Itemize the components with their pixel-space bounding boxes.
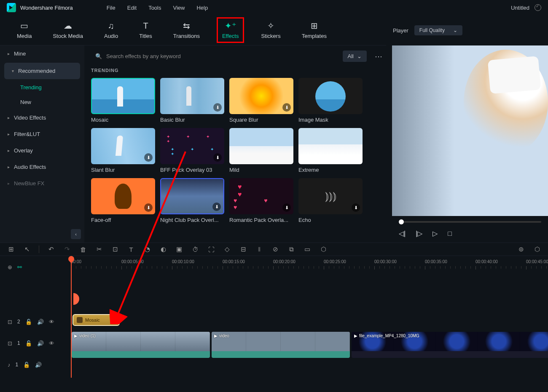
effect-clip-mosaic[interactable]: Mosaic <box>73 314 120 326</box>
sidebar-item-newblue[interactable]: ▸NewBlue FX <box>0 175 84 192</box>
filter-dropdown[interactable]: All⌄ <box>343 51 367 62</box>
video-clip-2[interactable]: ▶video <box>212 332 350 358</box>
download-icon[interactable]: ⬇ <box>212 203 221 211</box>
effect-thumbnail[interactable]: ⬇ <box>229 78 293 114</box>
render-icon[interactable]: ▭ <box>303 245 312 253</box>
lock-icon[interactable]: 🔓 <box>23 362 30 368</box>
mixer-icon[interactable]: ⦀ <box>255 245 263 253</box>
mute-icon[interactable]: 🔊 <box>35 362 42 368</box>
download-icon[interactable]: ⬇ <box>213 103 222 112</box>
quality-dropdown[interactable]: Full Quality ⌄ <box>414 25 462 35</box>
tab-stickers[interactable]: ✧Stickers <box>257 19 285 42</box>
sidebar-item-filter-lut[interactable]: ▸Filter&LUT <box>0 126 84 142</box>
player-scrubber[interactable] <box>399 221 541 223</box>
video-track[interactable]: ▶video (1) ▶video ▶file_example_MP4_1280… <box>71 332 548 358</box>
preview-viewport[interactable] <box>392 45 548 216</box>
timeline-ruler[interactable]: 00:0000:00:05:0000:00:10:0000:00:15:0000… <box>71 256 548 278</box>
effect-card[interactable]: Mild <box>229 128 293 173</box>
next-frame-button[interactable]: |▷ <box>416 229 422 237</box>
apps-icon[interactable]: ⊞ <box>7 245 15 253</box>
mute-icon[interactable]: 🔊 <box>37 319 44 325</box>
download-icon[interactable]: ⬇ <box>282 203 291 212</box>
menu-edit[interactable]: Edit <box>127 5 137 11</box>
sidebar-sub-new[interactable]: New <box>0 95 84 109</box>
download-icon[interactable]: ⬇ <box>213 153 222 162</box>
fit-icon[interactable]: ⛶ <box>207 246 215 253</box>
eye-icon[interactable]: 👁 <box>49 319 54 325</box>
sidebar-item-overlay[interactable]: ▸Overlay <box>0 142 84 159</box>
effect-thumbnail[interactable]: ⬇ <box>160 178 224 214</box>
effect-card[interactable]: ⬇Romantic Pack Overla... <box>229 178 293 223</box>
sidebar-item-recommended[interactable]: ▾Recommended <box>4 63 80 79</box>
redo-icon[interactable]: ↷ <box>63 245 71 253</box>
effect-thumbnail[interactable] <box>229 128 293 164</box>
effect-thumbnail[interactable]: ⬇ <box>91 128 155 164</box>
tab-titles[interactable]: TTitles <box>135 19 156 42</box>
marker-icon[interactable]: ⬡ <box>319 245 328 253</box>
menu-tools[interactable]: Tools <box>148 5 161 11</box>
add-track-icon[interactable]: ⊕ <box>8 264 12 270</box>
stop-button[interactable]: □ <box>448 230 452 237</box>
cut-icon[interactable]: ✂ <box>95 245 103 253</box>
link-icon[interactable]: ⊘ <box>271 245 279 253</box>
menu-help[interactable]: Help <box>196 5 208 11</box>
mask-icon[interactable]: ▣ <box>175 245 183 253</box>
effect-thumbnail[interactable]: ⦆⦆⦆⬇ <box>298 178 363 214</box>
adjust-icon[interactable]: ⊟ <box>239 245 247 253</box>
tab-transitions[interactable]: ⇆Transitions <box>169 19 204 42</box>
link-track-icon[interactable]: ⚯ <box>17 264 22 270</box>
effect-card[interactable]: ⬇Slant Blur <box>91 128 155 173</box>
crop-icon[interactable]: ⊡ <box>111 245 119 253</box>
lock-icon[interactable]: 🔓 <box>25 319 32 325</box>
effect-thumbnail[interactable]: ⬇ <box>160 78 224 114</box>
play-button[interactable]: ▷ <box>432 229 438 237</box>
tab-effects[interactable]: ✦⁺Effects <box>217 17 244 43</box>
collapse-sidebar-button[interactable]: ‹ <box>71 229 81 239</box>
effect-track[interactable]: Mosaic <box>71 313 548 330</box>
effect-thumbnail[interactable] <box>298 128 363 164</box>
effect-card[interactable]: Mosaic <box>91 78 155 123</box>
undo-icon[interactable]: ↶ <box>47 245 55 253</box>
effect-thumbnail[interactable]: ⬇ <box>91 178 155 214</box>
settings-icon[interactable]: ⊚ <box>517 245 525 253</box>
text-icon[interactable]: T <box>127 246 135 253</box>
sidebar-item-mine[interactable]: ▸Mine <box>0 45 84 62</box>
tab-stock-media[interactable]: ☁Stock Media <box>48 19 87 42</box>
download-icon[interactable]: ⬇ <box>144 203 153 212</box>
download-icon[interactable]: ⬇ <box>144 153 153 162</box>
effect-card[interactable]: ⬇Night Club Pack Overl... <box>160 178 224 223</box>
effect-card[interactable]: Extreme <box>298 128 363 173</box>
eye-icon[interactable]: 👁 <box>49 340 54 347</box>
video-clip-1[interactable]: ▶video (1) <box>72 332 210 358</box>
tab-templates[interactable]: ⊞Templates <box>298 19 331 42</box>
speed-icon[interactable]: ◔ <box>143 245 151 253</box>
group-icon[interactable]: ⧉ <box>287 245 295 253</box>
cursor-icon[interactable]: ↖ <box>23 245 31 253</box>
search-input[interactable]: 🔍 Search effects by any keyword <box>91 51 338 62</box>
menu-view[interactable]: View <box>173 5 185 11</box>
effect-card[interactable]: ⬇Basic Blur <box>160 78 224 123</box>
tab-media[interactable]: ▭Media <box>13 19 36 42</box>
audio-track[interactable] <box>71 360 548 376</box>
effect-card[interactable]: ⬇Face-off <box>91 178 155 223</box>
effect-card[interactable]: ⦆⦆⦆⬇Echo <box>298 178 363 223</box>
timer-icon[interactable]: ⏱ <box>191 246 199 253</box>
effect-card[interactable]: Image Mask <box>298 78 363 123</box>
more-button[interactable]: ⋯ <box>372 52 385 61</box>
sidebar-sub-trending[interactable]: Trending <box>0 80 84 95</box>
shield-icon[interactable]: ⬡ <box>533 245 541 253</box>
effect-thumbnail[interactable] <box>298 78 363 114</box>
tab-audio[interactable]: ♫Audio <box>100 19 122 42</box>
video-clip-3[interactable]: ▶file_example_MP4_1280_10MG <box>352 332 548 358</box>
effect-card[interactable]: ⬇Square Blur <box>229 78 293 123</box>
sidebar-item-audio-effects[interactable]: ▸Audio Effects <box>0 159 84 175</box>
effect-thumbnail[interactable]: ⬇ <box>160 128 224 164</box>
download-icon[interactable]: ⬇ <box>352 203 360 212</box>
lock-icon[interactable]: 🔓 <box>25 340 32 347</box>
download-icon[interactable]: ⬇ <box>282 103 291 112</box>
prev-frame-button[interactable]: ◁| <box>399 229 406 237</box>
keyframe-icon[interactable]: ◇ <box>223 245 231 253</box>
effect-thumbnail[interactable] <box>91 78 155 114</box>
effect-card[interactable]: ⬇BFF Pack Overlay 03 <box>160 128 224 173</box>
sidebar-item-video-effects[interactable]: ▸Video Effects <box>0 109 84 126</box>
